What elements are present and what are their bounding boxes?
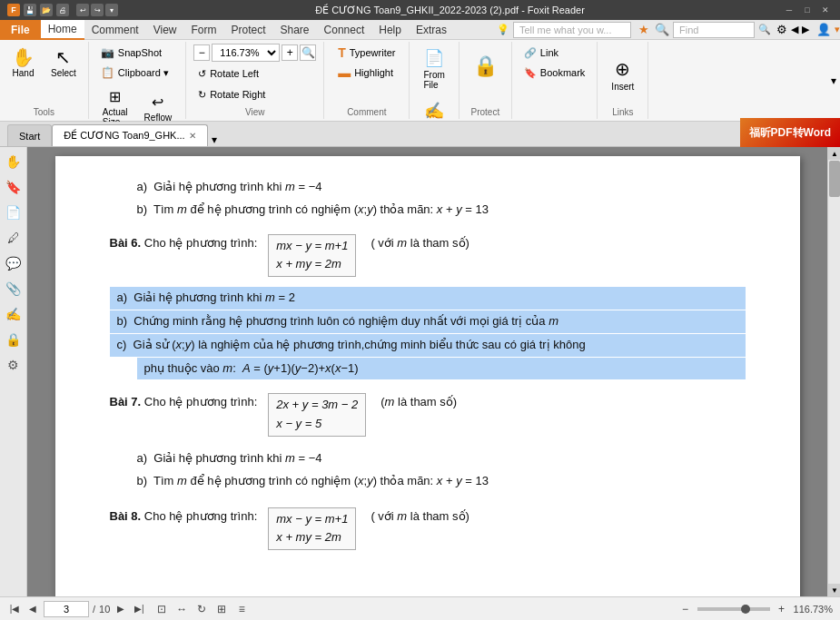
prev-page-btn[interactable]: ◀ <box>25 602 40 616</box>
line-bai6-a: a) Giải hệ phương trình khi m = 2 <box>110 287 746 310</box>
sidebar-bookmark-icon[interactable]: 🔖 <box>3 176 25 198</box>
file-menu[interactable]: File <box>0 20 41 40</box>
close-btn[interactable]: ✕ <box>818 4 833 16</box>
scroll-down-btn[interactable]: ▼ <box>828 584 840 596</box>
protect-menu[interactable]: Protect <box>224 20 273 40</box>
connect-menu[interactable]: Connect <box>317 20 372 40</box>
search-icon[interactable]: 🔍 <box>655 23 669 36</box>
bookmark-button[interactable]: 🔖 Bookmark <box>519 64 590 82</box>
find-search-icon[interactable]: 🔍 <box>758 24 771 35</box>
right-scrollbar[interactable]: ▲ ▼ <box>827 147 840 596</box>
zoom-in-button[interactable]: + <box>282 44 298 61</box>
first-page-btn[interactable]: |◀ <box>7 602 22 616</box>
tab-start[interactable]: Start <box>7 124 52 146</box>
sign-in-dropdown[interactable]: ▾ <box>835 24 840 35</box>
sidebar-attachment-icon[interactable]: 📎 <box>3 278 25 300</box>
next-result-icon[interactable]: ▶ <box>802 24 809 35</box>
insert-button[interactable]: ⊕ Insert <box>605 54 640 96</box>
minimize-btn[interactable]: ─ <box>782 4 796 16</box>
menu-search-area: 💡 Tell me what you w... ★ 🔍 Find 🔍 ⚙ ◀ ▶… <box>497 22 840 38</box>
highlight-button[interactable]: ▬ Highlight <box>333 64 398 82</box>
scroll-track[interactable] <box>828 160 840 584</box>
scroll-thumb[interactable] <box>829 161 840 197</box>
view-menu[interactable]: View <box>146 20 184 40</box>
comment-menu[interactable]: Comment <box>84 20 146 40</box>
hand-group-content: ✋ Hand ↖ Select <box>5 44 83 105</box>
main-area: ✋ 🔖 📄 🖊 💬 📎 ✍ 🔒 ⚙ a) Giải hệ phương trìn… <box>0 147 840 596</box>
page-number-input[interactable] <box>44 601 89 617</box>
find-placeholder: Find <box>679 25 698 35</box>
star-icon: ★ <box>638 23 649 36</box>
title-bar-left: F 💾 📂 🖨 ↩ ↪ ▾ <box>7 4 118 16</box>
tabs-bar: Start ĐỀ CƯƠNG Toan9_GHK... ✕ ▾ 福昕PDF转Wo… <box>0 122 840 147</box>
promo-badge[interactable]: 福昕PDF转Word <box>740 118 840 147</box>
sidebar-signature-icon[interactable]: ✍ <box>3 303 25 325</box>
redo-btn[interactable]: ↪ <box>91 4 104 16</box>
zoom-select[interactable]: 116.73% 100% 75% 150% <box>212 44 280 62</box>
link-label: Link <box>540 47 558 58</box>
sidebar-settings-icon[interactable]: ⚙ <box>3 354 25 376</box>
settings-icon[interactable]: ⚙ <box>776 23 787 36</box>
find-input[interactable]: Find <box>673 22 755 38</box>
rotate-view-icon[interactable]: ↻ <box>193 601 210 617</box>
sidebar-hand-icon[interactable]: ✋ <box>3 151 25 172</box>
select-button[interactable]: ↖ Select <box>44 44 83 84</box>
rotate-right-button[interactable]: ↻ Rotate Right <box>193 85 270 103</box>
share-menu[interactable]: Share <box>273 20 317 40</box>
extras-menu[interactable]: Extras <box>409 20 454 40</box>
tab-dropdown[interactable]: ▾ <box>212 133 217 146</box>
window-title: ĐỀ CƯƠNG Toan9_GHKII_2022-2023 (2).pdf -… <box>118 5 782 16</box>
tab-document[interactable]: ĐỀ CƯƠNG Toan9_GHK... ✕ <box>52 124 207 146</box>
continuous-icon[interactable]: ≡ <box>233 601 250 617</box>
two-page-icon[interactable]: ⊞ <box>213 601 230 617</box>
maximize-btn[interactable]: □ <box>800 4 815 16</box>
next-page-btn[interactable]: ▶ <box>114 602 128 616</box>
zoom-in-status-btn[interactable]: + <box>774 601 790 617</box>
protect-button[interactable]: 🔒 <box>467 44 504 89</box>
prev-result-icon[interactable]: ◀ <box>791 24 798 35</box>
zoom-out-status-btn[interactable]: − <box>677 601 694 617</box>
link-button[interactable]: 🔗 Link <box>519 44 563 62</box>
snapshot-button[interactable]: 📷 SnapShot <box>96 44 166 62</box>
typewriter-label: Typewriter <box>350 47 396 58</box>
help-menu[interactable]: Help <box>371 20 409 40</box>
fit-page-icon[interactable]: ⊡ <box>153 601 170 617</box>
clipboard-button[interactable]: 📋 Clipboard ▾ <box>96 64 173 82</box>
customize-btn[interactable]: ▾ <box>105 4 118 16</box>
home-menu[interactable]: Home <box>41 20 84 40</box>
sidebar-pages-icon[interactable]: 📄 <box>3 202 25 223</box>
sidebar-highlight-icon[interactable]: 🖊 <box>3 227 25 249</box>
tab-close-icon[interactable]: ✕ <box>189 131 196 141</box>
rotate-left-button[interactable]: ↺ Rotate Left <box>193 64 263 83</box>
zoom-magnify-button[interactable]: 🔍 <box>300 44 316 61</box>
last-page-btn[interactable]: ▶| <box>132 602 146 616</box>
zoom-slider[interactable] <box>697 607 770 611</box>
insert-group-label: Links <box>612 105 633 117</box>
print-title-btn[interactable]: 🖨 <box>56 4 69 16</box>
insert-label: Insert <box>611 82 634 92</box>
sidebar-lock-icon[interactable]: 🔒 <box>3 329 25 350</box>
select-icon: ↖ <box>55 48 71 66</box>
comment-group-content: T Typewriter ▬ Highlight <box>333 44 400 105</box>
scroll-up-btn[interactable]: ▲ <box>828 147 840 160</box>
from-file-button[interactable]: 📄 FromFile <box>417 44 450 94</box>
sidebar-comment-icon[interactable]: 💬 <box>3 252 25 274</box>
form-menu[interactable]: Form <box>184 20 224 40</box>
clipboard-icon: 📋 <box>101 66 114 79</box>
undo-btn[interactable]: ↩ <box>76 4 89 16</box>
left-sidebar: ✋ 🔖 📄 🖊 💬 📎 ✍ 🔒 ⚙ <box>0 147 27 596</box>
hand-button[interactable]: ✋ Hand <box>5 44 41 84</box>
sign-in-icon[interactable]: 👤 <box>816 23 831 36</box>
insert-icon: ⊕ <box>615 58 630 80</box>
document-page: a) Giải hệ phương trình khi m = −4 b) Tì… <box>55 156 800 596</box>
tell-me-input[interactable]: Tell me what you w... <box>513 22 631 38</box>
ribbon-scroll-right[interactable]: ▾ <box>827 42 840 119</box>
save-title-btn[interactable]: 💾 <box>24 4 36 16</box>
fit-width-icon[interactable]: ↔ <box>173 601 190 617</box>
from-file-label: FromFile <box>423 70 444 90</box>
typewriter-button[interactable]: T Typewriter <box>333 44 400 62</box>
rotate-right-icon: ↻ <box>198 89 206 101</box>
zoom-out-button[interactable]: − <box>193 44 210 61</box>
zoom-slider-thumb[interactable] <box>741 605 750 614</box>
open-title-btn[interactable]: 📂 <box>40 4 53 16</box>
